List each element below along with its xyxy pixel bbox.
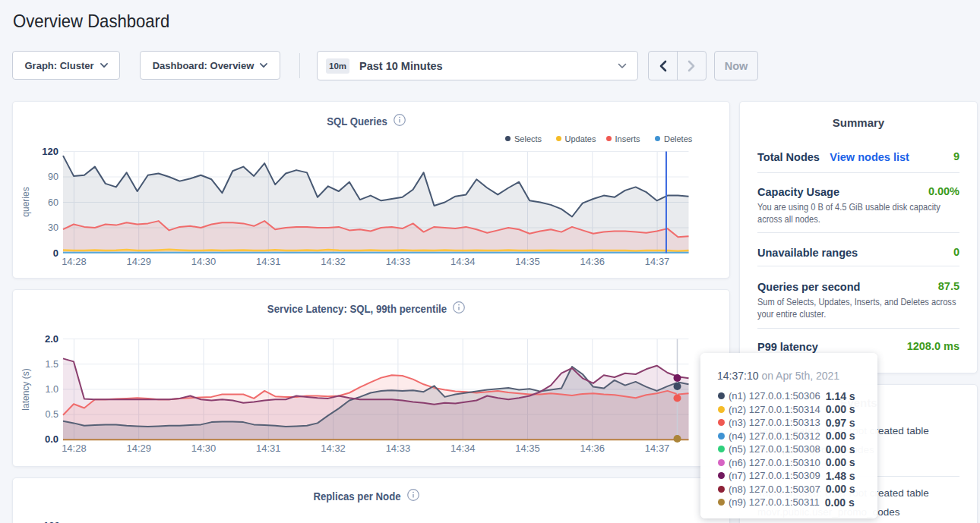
svg-text:14:37: 14:37 <box>645 443 670 454</box>
svg-text:14:33: 14:33 <box>386 256 411 267</box>
svg-text:14:35: 14:35 <box>515 256 540 267</box>
svg-text:1.5: 1.5 <box>46 359 58 370</box>
svg-text:2.0: 2.0 <box>45 333 58 345</box>
svg-text:30: 30 <box>48 222 58 233</box>
svg-text:14:28: 14:28 <box>62 443 87 454</box>
svg-text:14:36: 14:36 <box>580 256 605 267</box>
svg-text:14:30: 14:30 <box>191 443 217 454</box>
svg-text:14:34: 14:34 <box>450 256 476 267</box>
svg-text:14:33: 14:33 <box>386 443 411 454</box>
svg-text:90: 90 <box>48 172 58 182</box>
svg-text:14:30: 14:30 <box>191 256 217 267</box>
svg-text:1.0: 1.0 <box>46 384 58 395</box>
svg-text:14:32: 14:32 <box>321 443 346 454</box>
svg-text:14:28: 14:28 <box>62 256 87 267</box>
svg-text:14:29: 14:29 <box>126 443 151 454</box>
svg-text:14:32: 14:32 <box>321 256 346 267</box>
svg-text:latency (s): latency (s) <box>21 368 31 410</box>
svg-text:0: 0 <box>53 247 58 259</box>
svg-text:14:29: 14:29 <box>126 256 151 267</box>
svg-text:14:31: 14:31 <box>256 256 281 267</box>
svg-text:14:36: 14:36 <box>580 443 605 454</box>
svg-text:14:35: 14:35 <box>515 443 540 454</box>
svg-text:0.5: 0.5 <box>46 409 58 420</box>
svg-text:60: 60 <box>48 197 58 208</box>
svg-text:queries: queries <box>21 187 31 216</box>
svg-text:14:34: 14:34 <box>450 443 476 454</box>
svg-text:0.0: 0.0 <box>45 433 58 445</box>
svg-text:120: 120 <box>42 146 58 157</box>
svg-text:14:31: 14:31 <box>256 443 281 454</box>
svg-text:14:37: 14:37 <box>645 256 670 267</box>
